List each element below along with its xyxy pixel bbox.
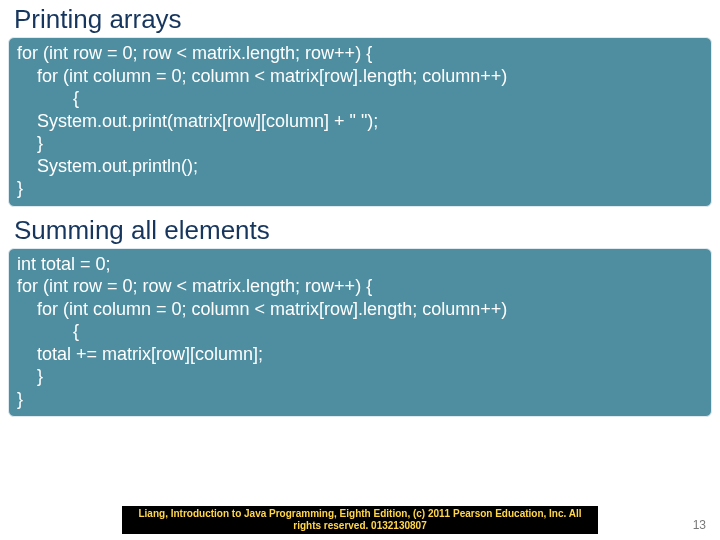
code-line: System.out.println(); [17,155,703,178]
code-line: total += matrix[row][column]; [17,343,703,366]
footer-attribution: Liang, Introduction to Java Programming,… [122,506,598,534]
page-number: 13 [693,518,706,532]
heading-summing: Summing all elements [0,211,720,248]
code-line: } [17,388,703,411]
code-line: } [17,365,703,388]
code-line: { [17,87,703,110]
code-block-printing: for (int row = 0; row < matrix.length; r… [8,37,712,207]
code-line: } [17,177,703,200]
code-line: for (int column = 0; column < matrix[row… [17,65,703,88]
heading-printing: Printing arrays [0,0,720,37]
code-line: System.out.print(matrix[row][column] + "… [17,110,703,133]
code-line: { [17,320,703,343]
code-line: for (int row = 0; row < matrix.length; r… [17,42,703,65]
code-line: for (int column = 0; column < matrix[row… [17,298,703,321]
code-line: int total = 0; [17,253,703,276]
code-line: } [17,132,703,155]
code-line: for (int row = 0; row < matrix.length; r… [17,275,703,298]
code-block-summing: int total = 0; for (int row = 0; row < m… [8,248,712,418]
